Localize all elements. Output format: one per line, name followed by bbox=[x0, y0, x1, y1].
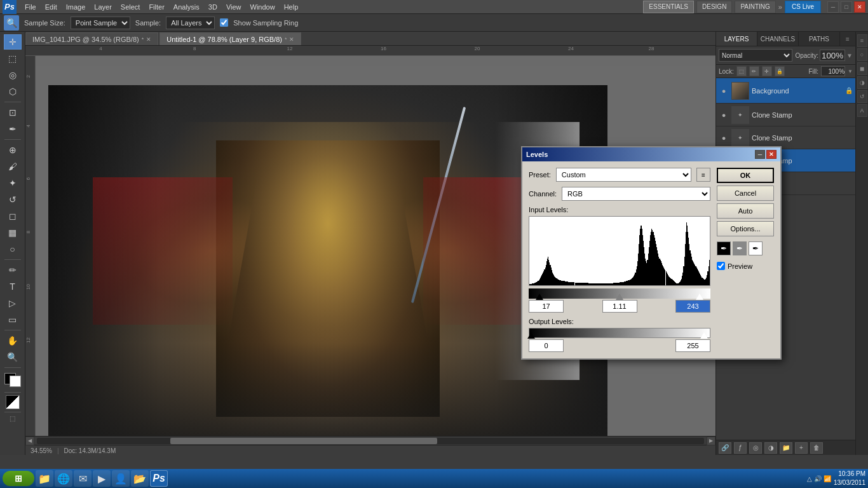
tab1-close-icon[interactable]: ✕ bbox=[146, 36, 151, 43]
blend-mode-select[interactable]: Normal bbox=[719, 49, 792, 62]
history-brush-tool[interactable]: ↺ bbox=[4, 192, 22, 207]
design-button[interactable]: DESIGN bbox=[696, 1, 732, 13]
brush-tool[interactable]: 🖌 bbox=[4, 159, 22, 174]
adjustments-icon[interactable]: ◑ bbox=[857, 76, 867, 89]
lock-transparent-button[interactable]: ⬚ bbox=[736, 66, 747, 76]
panel-expand-icon[interactable]: ≡ bbox=[857, 34, 867, 47]
panel-tab-layers[interactable]: LAYERS bbox=[716, 32, 757, 46]
white-point-dropper-button[interactable]: ✒ bbox=[749, 241, 763, 255]
scroll-left-button[interactable]: ◀ bbox=[25, 437, 34, 445]
input-black-value[interactable] bbox=[529, 300, 564, 313]
layer-eye-clone1[interactable]: ● bbox=[719, 111, 729, 119]
black-point-dropper-button[interactable]: ✒ bbox=[717, 241, 731, 255]
preset-menu-icon[interactable]: ≡ bbox=[696, 168, 710, 182]
shape-tool[interactable]: ▭ bbox=[4, 312, 22, 327]
output-black-point-handle[interactable] bbox=[527, 332, 535, 339]
move-tool[interactable]: ✛ bbox=[4, 34, 22, 50]
input-slider-track[interactable] bbox=[529, 288, 710, 299]
taskbar-icon-explorer[interactable]: 📁 bbox=[36, 470, 53, 487]
canvas-scroll-horizontal[interactable]: ◀ ▶ bbox=[25, 436, 715, 445]
cs-live-button[interactable]: CS Live bbox=[785, 1, 821, 13]
hand-tool[interactable]: ✋ bbox=[4, 333, 22, 348]
input-white-point-handle[interactable] bbox=[696, 294, 703, 300]
gray-point-dropper-button[interactable]: ✒ bbox=[733, 241, 747, 255]
painting-button[interactable]: PAINTING bbox=[735, 1, 775, 13]
channel-select[interactable]: RGB Red Green Blue bbox=[562, 187, 710, 201]
marquee-tool[interactable]: ⬚ bbox=[4, 51, 22, 66]
menu-image[interactable]: Image bbox=[62, 2, 90, 12]
output-white-point-handle[interactable] bbox=[700, 332, 708, 339]
pen-tool[interactable]: ✏ bbox=[4, 262, 22, 278]
input-midpoint-handle[interactable] bbox=[616, 294, 623, 300]
output-gradient-track[interactable] bbox=[529, 328, 710, 338]
path-select-tool[interactable]: ▷ bbox=[4, 295, 22, 311]
link-layers-button[interactable]: 🔗 bbox=[719, 442, 731, 454]
character-icon[interactable]: A bbox=[857, 104, 867, 117]
add-style-button[interactable]: ƒ bbox=[734, 442, 747, 454]
heal-tool[interactable]: ⊕ bbox=[4, 142, 22, 158]
tab-untitled1[interactable]: Untitled-1 @ 78.8% (Layer 9, RGB/8) * ✕ bbox=[159, 32, 301, 45]
output-black-value[interactable] bbox=[529, 339, 564, 352]
fill-arrow-icon[interactable]: ▼ bbox=[848, 69, 853, 74]
auto-button[interactable]: Auto bbox=[717, 203, 774, 219]
close-app-button[interactable]: ✕ bbox=[854, 1, 865, 13]
zoom-tool[interactable]: 🔍 bbox=[4, 349, 22, 365]
preset-select[interactable]: Custom Default bbox=[556, 168, 691, 182]
menu-analysis[interactable]: Analysis bbox=[169, 2, 204, 12]
minimize-button[interactable]: ─ bbox=[827, 1, 839, 13]
layer-item-background[interactable]: ● Background 🔒 bbox=[716, 78, 855, 104]
input-black-point-handle[interactable] bbox=[536, 294, 543, 300]
text-tool[interactable]: T bbox=[4, 279, 22, 294]
cancel-button[interactable]: Cancel bbox=[717, 186, 774, 201]
eraser-tool[interactable]: ◻ bbox=[4, 208, 22, 224]
lock-all-button[interactable]: 🔒 bbox=[775, 66, 785, 76]
panel-menu-icon[interactable]: ≡ bbox=[840, 32, 855, 46]
screen-mode-button[interactable]: ⬚ bbox=[10, 415, 15, 422]
tab2-close-icon[interactable]: ✕ bbox=[289, 36, 294, 43]
menu-select[interactable]: Select bbox=[116, 2, 145, 12]
menu-window[interactable]: Window bbox=[246, 2, 280, 12]
color-picker[interactable] bbox=[4, 373, 21, 387]
panel-tab-paths[interactable]: PATHS bbox=[799, 32, 840, 46]
taskbar-icon-browser[interactable]: 🌐 bbox=[55, 470, 72, 487]
layer-eye-background[interactable]: ● bbox=[719, 87, 729, 95]
input-white-value[interactable] bbox=[675, 300, 710, 313]
menu-layer[interactable]: Layer bbox=[90, 2, 116, 12]
add-mask-button[interactable]: ◎ bbox=[749, 442, 762, 454]
lasso-tool[interactable]: ◎ bbox=[4, 67, 22, 83]
maximize-button[interactable]: □ bbox=[841, 1, 852, 13]
panel-tab-channels[interactable]: CHANNELS bbox=[757, 32, 799, 46]
menu-view[interactable]: View bbox=[222, 2, 246, 12]
eyedropper-tool[interactable]: ✒ bbox=[4, 121, 22, 137]
fill-input[interactable] bbox=[821, 66, 845, 76]
input-mid-value[interactable] bbox=[602, 300, 637, 313]
delete-layer-button[interactable]: 🗑 bbox=[810, 442, 823, 454]
clone-stamp-tool[interactable]: ✦ bbox=[4, 175, 22, 191]
menu-edit[interactable]: Edit bbox=[41, 2, 62, 12]
tab-img1041[interactable]: IMG_1041.JPG @ 34.5% (RGB/8) * ✕ bbox=[25, 32, 158, 45]
sample-size-select[interactable]: Point Sample bbox=[71, 17, 130, 29]
quick-select-tool[interactable]: ⬡ bbox=[4, 84, 22, 99]
taskbar-icon-email[interactable]: ✉ bbox=[74, 470, 92, 487]
menu-help[interactable]: Help bbox=[280, 2, 303, 12]
menu-filter[interactable]: Filter bbox=[144, 2, 168, 12]
crop-tool[interactable]: ⊡ bbox=[4, 105, 22, 120]
layer-eye-clone2[interactable]: ● bbox=[719, 134, 729, 142]
dialog-minimize-button[interactable]: ─ bbox=[755, 150, 765, 159]
taskbar-icon-people[interactable]: 👤 bbox=[112, 470, 130, 487]
options-button[interactable]: Options... bbox=[717, 221, 774, 236]
taskbar-icon-photoshop[interactable]: Ps bbox=[150, 470, 168, 487]
output-white-value[interactable] bbox=[675, 339, 710, 352]
show-sampling-ring-checkbox[interactable] bbox=[220, 18, 228, 27]
dialog-close-button[interactable]: ✕ bbox=[766, 150, 776, 159]
opacity-input[interactable] bbox=[820, 50, 845, 61]
scroll-right-button[interactable]: ▶ bbox=[707, 437, 715, 445]
opacity-arrow-icon[interactable]: ▼ bbox=[846, 52, 853, 59]
sample-select[interactable]: All Layers bbox=[166, 17, 215, 29]
lock-position-button[interactable]: ✛ bbox=[762, 66, 772, 76]
dodge-tool[interactable]: ○ bbox=[4, 241, 22, 257]
ok-button[interactable]: OK bbox=[717, 168, 774, 183]
color-swatch-icon[interactable]: ◼ bbox=[857, 62, 867, 75]
taskbar-icon-player[interactable]: ▶ bbox=[93, 470, 111, 487]
menu-3d[interactable]: 3D bbox=[204, 2, 222, 12]
